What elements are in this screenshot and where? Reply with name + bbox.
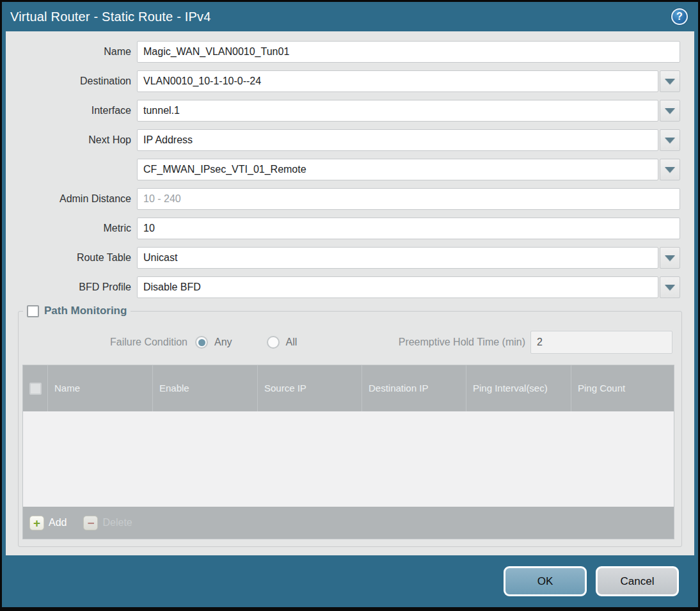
form-row-destination: Destination (6, 70, 680, 92)
failure-condition-row: Failure Condition Any All Preemptive Hol… (22, 331, 672, 354)
select-all-checkbox (29, 383, 42, 395)
static-route-dialog: Virtual Router - Static Route - IPv4 ? N… (2, 2, 698, 607)
interface-label: Interface (6, 105, 137, 116)
chevron-down-icon (665, 138, 675, 143)
form-row-admin-distance: Admin Distance (6, 188, 680, 210)
form-row-bfd-profile: BFD Profile (6, 276, 680, 298)
delete-button-label: Delete (102, 517, 132, 528)
name-input[interactable] (137, 41, 680, 63)
cancel-button[interactable]: Cancel (596, 566, 679, 596)
column-header-source-ip: Source IP (257, 365, 362, 411)
dialog-footer: OK Cancel (2, 555, 698, 607)
destination-label: Destination (6, 75, 137, 87)
path-monitoring-section: Path Monitoring Failure Condition Any Al… (18, 311, 682, 547)
column-header-name: Name (47, 365, 152, 411)
failure-condition-any-radio (195, 336, 208, 349)
form-row-metric: Metric (6, 218, 680, 239)
form-row-next-hop: Next Hop (6, 129, 680, 151)
failure-condition-all-label: All (286, 337, 298, 348)
interface-dropdown-button[interactable] (660, 100, 680, 122)
form-row-route-table: Route Table (6, 247, 680, 269)
dialog-titlebar: Virtual Router - Static Route - IPv4 ? (2, 2, 698, 31)
form-row-name: Name (6, 41, 680, 63)
next-hop-dropdown-button[interactable] (660, 129, 680, 151)
route-table-input[interactable] (137, 247, 658, 269)
next-hop-type-input[interactable] (137, 129, 658, 151)
next-hop-address-dropdown-button[interactable] (660, 159, 680, 180)
path-monitoring-title: Path Monitoring (44, 305, 127, 317)
path-monitoring-checkbox[interactable] (27, 305, 39, 317)
form-row-next-hop-address (6, 159, 680, 180)
plus-icon: + (29, 516, 44, 530)
chevron-down-icon (665, 108, 675, 114)
add-button[interactable]: + Add (29, 516, 67, 530)
bfd-profile-dropdown-button[interactable] (660, 276, 680, 298)
form-row-interface: Interface (6, 100, 680, 122)
destination-input[interactable] (137, 70, 658, 92)
metric-label: Metric (6, 223, 137, 234)
name-label: Name (6, 46, 137, 58)
add-button-label: Add (49, 517, 67, 528)
delete-button: − Delete (83, 516, 132, 530)
chevron-down-icon (665, 285, 675, 290)
admin-distance-label: Admin Distance (6, 193, 137, 205)
next-hop-address-input[interactable] (137, 159, 658, 180)
path-monitoring-table-header: Name Enable Source IP Destination IP Pin… (23, 365, 674, 411)
chevron-down-icon (665, 255, 675, 261)
minus-icon: − (83, 516, 98, 530)
path-monitoring-table-body (23, 411, 674, 507)
path-monitoring-table: Name Enable Source IP Destination IP Pin… (22, 365, 674, 539)
next-hop-label: Next Hop (6, 134, 137, 146)
dialog-title: Virtual Router - Static Route - IPv4 (10, 10, 671, 24)
destination-dropdown-button[interactable] (660, 70, 680, 92)
ok-button[interactable]: OK (504, 566, 587, 596)
failure-condition-label: Failure Condition (22, 337, 187, 348)
help-icon[interactable]: ? (671, 8, 688, 25)
chevron-down-icon (665, 167, 675, 173)
column-header-ping-count: Ping Count (571, 365, 674, 411)
chevron-down-icon (665, 79, 675, 84)
column-header-destination-ip: Destination IP (362, 365, 466, 411)
radio-dot (198, 339, 205, 346)
bfd-profile-label: BFD Profile (6, 282, 137, 293)
column-header-enable: Enable (152, 365, 257, 411)
path-monitoring-legend: Path Monitoring (23, 305, 131, 317)
preemptive-hold-time-input (530, 331, 672, 354)
interface-input[interactable] (137, 100, 658, 122)
metric-input[interactable] (137, 218, 680, 239)
failure-condition-any-label: Any (214, 337, 232, 348)
path-monitoring-table-toolbar: + Add − Delete (23, 507, 674, 539)
admin-distance-input[interactable] (137, 188, 680, 210)
route-table-dropdown-button[interactable] (660, 247, 680, 269)
failure-condition-all-radio (267, 336, 280, 349)
dialog-body: Name Destination Interface Next Hop (6, 31, 694, 555)
column-header-ping-interval: Ping Interval(sec) (466, 365, 571, 411)
route-table-label: Route Table (6, 252, 137, 264)
bfd-profile-input[interactable] (137, 276, 658, 298)
preemptive-hold-time-label: Preemptive Hold Time (min) (399, 337, 525, 348)
